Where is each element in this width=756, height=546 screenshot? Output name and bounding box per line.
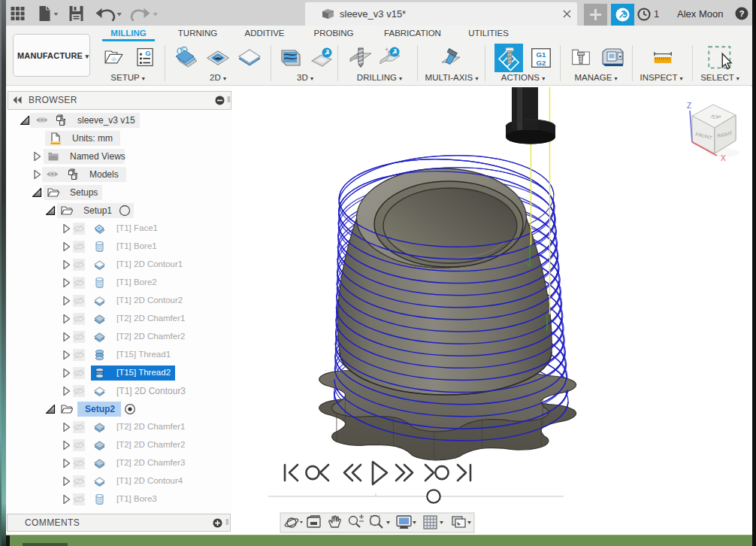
svg-text:?: ?: [739, 9, 744, 18]
svg-text:G: G: [145, 49, 150, 57]
svg-text:Z: Z: [687, 102, 691, 110]
svg-text:X: X: [721, 154, 726, 162]
svg-text:+: +: [385, 46, 389, 53]
svg-text:G2: G2: [537, 59, 546, 67]
svg-text:G1: G1: [537, 50, 546, 59]
